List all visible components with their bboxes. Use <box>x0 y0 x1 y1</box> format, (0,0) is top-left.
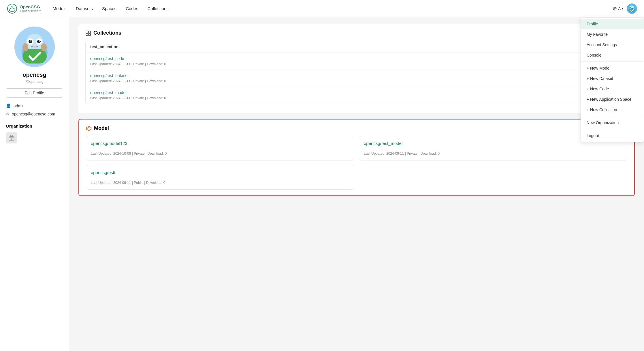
collection-item-1: opencsg/test_dataset Last Updated: 2024-… <box>86 70 628 87</box>
user-icon: 👤 <box>6 103 11 109</box>
logo[interactable]: C OpenCSG 开源共智 智慧共生 <box>7 3 41 14</box>
collection-item-meta-1: Last Updated: 2024-09-11 | Private | Dow… <box>90 79 623 83</box>
translate-icon: ⊕ <box>613 5 617 12</box>
main-nav: Models Datasets Spaces Codes Collections <box>53 5 613 12</box>
dropdown-account-settings[interactable]: Account Settings <box>581 40 644 50</box>
svg-point-10 <box>633 7 634 8</box>
dropdown-new-org[interactable]: New Organization <box>581 117 644 128</box>
sidebar-email-item: ✉ opencsg@opencsg.com <box>6 111 63 117</box>
org-section: Organization <box>6 124 63 143</box>
email-icon: ✉ <box>6 111 10 117</box>
nav-spaces[interactable]: Spaces <box>102 5 116 12</box>
main-layout: opencsg @opencsg Edit Profile 👤 admin ✉ … <box>0 17 644 351</box>
model-name-2[interactable]: opencsg/estt <box>91 170 349 175</box>
svg-rect-22 <box>32 46 37 46</box>
nav-codes[interactable]: Codes <box>126 5 138 12</box>
sidebar-email: opencsg@opencsg.com <box>12 112 55 116</box>
svg-point-20 <box>30 40 31 42</box>
svg-rect-30 <box>86 31 88 33</box>
collection-item-name-0[interactable]: opencsg/test_code <box>90 56 623 61</box>
dropdown-logout[interactable]: Logout <box>581 130 644 141</box>
sidebar-handle: @opencsg <box>6 79 63 84</box>
model-name-0[interactable]: opencsg/model123 <box>91 141 349 146</box>
model-card-2: opencsg/estt Last Updated: 2024-09-11 | … <box>86 165 354 190</box>
dropdown-new-dataset[interactable]: + New Dataset <box>581 73 644 84</box>
logo-icon: C <box>7 3 17 14</box>
model-meta-2: Last Updated: 2024-09-11 | Public | Down… <box>91 181 349 185</box>
nav-collections[interactable]: Collections <box>147 5 168 12</box>
collection-name: test_collection <box>90 44 118 49</box>
main-content: Collections test_collection › opencsg/te… <box>69 17 644 351</box>
dropdown-new-code[interactable]: + New Code <box>581 84 644 94</box>
svg-point-19 <box>37 40 41 43</box>
user-avatar-button[interactable] <box>627 3 637 14</box>
collections-title-text: Collections <box>93 30 121 36</box>
model-meta-1: Last Updated: 2024-09-11 | Private | Dow… <box>364 152 622 156</box>
svg-text:C: C <box>11 5 13 8</box>
collection-item-meta-2: Last Updated: 2024-09-11 | Private | Dow… <box>90 96 623 100</box>
header-right: ⊕ A ▾ Profile My Favorite Account Settin <box>613 3 637 14</box>
svg-point-21 <box>39 40 40 42</box>
collection-header[interactable]: test_collection › <box>86 41 628 53</box>
collection-item-name-2[interactable]: opencsg/test_model <box>90 90 623 95</box>
collection-card: test_collection › opencsg/test_code Last… <box>85 41 628 104</box>
edit-profile-button[interactable]: Edit Profile <box>6 88 63 98</box>
svg-rect-31 <box>88 31 91 33</box>
sidebar-user-avatar <box>14 27 55 67</box>
svg-point-24 <box>22 43 28 51</box>
nav-datasets[interactable]: Datasets <box>76 5 93 12</box>
logo-subtitle: 开源共智 智慧共生 <box>20 9 41 13</box>
org-avatar[interactable] <box>6 132 17 143</box>
dropdown-profile[interactable]: Profile <box>581 19 644 29</box>
dropdown-divider-1 <box>581 61 644 62</box>
dropdown-divider-2 <box>581 116 644 116</box>
sidebar-avatar-img <box>14 27 55 67</box>
svg-rect-32 <box>86 33 88 36</box>
svg-rect-27 <box>10 135 13 137</box>
chevron-down-icon: ▾ <box>622 7 623 10</box>
collection-item-meta-0: Last Updated: 2024-09-11 | Private | Dow… <box>90 62 623 66</box>
model-card-0: opencsg/model123 Last Updated: 2024-10-0… <box>86 136 354 160</box>
sidebar-username: opencsg <box>6 72 63 78</box>
logo-text-block: OpenCSG 开源共智 智慧共生 <box>20 4 41 13</box>
sidebar: opencsg @opencsg Edit Profile 👤 admin ✉ … <box>0 17 69 351</box>
org-icon <box>8 134 15 141</box>
collections-section-title: Collections <box>85 30 628 36</box>
dropdown-my-favorite[interactable]: My Favorite <box>581 29 644 40</box>
svg-marker-35 <box>88 127 90 130</box>
collection-item-name-1[interactable]: opencsg/test_dataset <box>90 73 623 78</box>
language-switcher[interactable]: ⊕ A ▾ <box>613 5 623 12</box>
collections-section: Collections test_collection › opencsg/te… <box>78 24 635 113</box>
dropdown-console[interactable]: Console <box>581 50 644 60</box>
model-icon <box>86 126 92 131</box>
collection-item-0: opencsg/test_code Last Updated: 2024-09-… <box>86 53 628 70</box>
sidebar-role-item: 👤 admin <box>6 103 63 109</box>
dropdown-divider-3 <box>581 129 644 129</box>
collections-icon <box>85 30 91 36</box>
user-dropdown-menu: Profile My Favorite Account Settings Con… <box>581 17 644 142</box>
model-title-text: Model <box>94 125 109 131</box>
dropdown-new-collection[interactable]: + New Collection <box>581 104 644 115</box>
model-section-title: Model <box>86 125 627 131</box>
dropdown-new-model[interactable]: + New Model <box>581 63 644 73</box>
svg-point-9 <box>630 7 631 8</box>
collection-item-2: opencsg/test_model Last Updated: 2024-09… <box>86 87 628 104</box>
nav-models[interactable]: Models <box>53 5 67 12</box>
sidebar-role: admin <box>14 104 25 108</box>
logo-name: OpenCSG <box>20 4 40 9</box>
svg-point-25 <box>41 43 47 51</box>
user-avatar-img <box>627 3 637 14</box>
org-section-title: Organization <box>6 124 63 128</box>
model-meta-0: Last Updated: 2024-10-09 | Private | Dow… <box>91 152 349 156</box>
header: C OpenCSG 开源共智 智慧共生 Models Datasets Spac… <box>0 0 644 17</box>
model-grid: opencsg/model123 Last Updated: 2024-10-0… <box>86 136 627 190</box>
dropdown-new-app-space[interactable]: + New Application Space <box>581 94 644 104</box>
svg-rect-33 <box>88 33 91 36</box>
svg-point-18 <box>29 40 32 43</box>
model-section: Model opencsg/model123 Last Updated: 202… <box>78 119 635 196</box>
lang-text: A <box>618 6 621 11</box>
